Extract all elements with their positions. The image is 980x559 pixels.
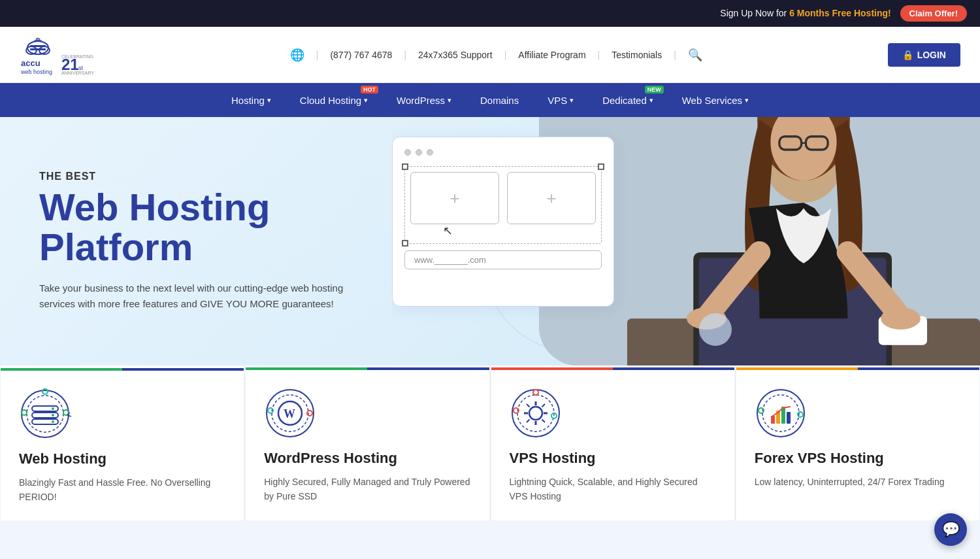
handle-tl xyxy=(402,163,408,170)
bar-red xyxy=(491,367,613,370)
dot-2 xyxy=(416,149,422,156)
nav-item-wordpress[interactable]: WordPress ▾ xyxy=(382,83,466,117)
svg-point-26 xyxy=(881,307,921,330)
svg-point-32 xyxy=(52,407,54,410)
banner-highlight: 6 Months Free Hosting! xyxy=(789,8,891,18)
main-navbar: Hosting ▾ Cloud Hosting ▾ HOT WordPress … xyxy=(0,83,980,117)
top-banner: Sign Up Now for 6 Months Free Hosting! C… xyxy=(0,0,980,27)
card-desc-3: Lightning Quick, Scalable, and Highly Se… xyxy=(510,475,716,504)
claim-offer-button[interactable]: Claim Offer! xyxy=(900,5,967,22)
svg-point-33 xyxy=(52,414,54,416)
card-title-1: Web Hosting xyxy=(19,450,225,467)
phone-link[interactable]: (877) 767 4678 xyxy=(330,50,392,60)
bar-orange xyxy=(736,367,858,370)
wordpress-hosting-icon: W xyxy=(264,387,316,439)
dot-3 xyxy=(427,149,433,156)
card-desc-2: Highly Secured, Fully Managed and Truly … xyxy=(264,475,470,504)
card-desc-1: Blazingly Fast and Hassle Free. No Overs… xyxy=(19,475,225,505)
svg-text:W: W xyxy=(284,407,295,420)
mockup-dots xyxy=(404,149,602,156)
globe-icon[interactable]: 🌐 xyxy=(290,48,304,62)
login-button[interactable]: 🔒 LOGIN xyxy=(888,43,960,67)
svg-point-51 xyxy=(762,395,799,432)
vps-hosting-icon xyxy=(510,387,562,439)
bar-blue xyxy=(367,367,489,370)
hero-mockup: + + ↖ www._______.com xyxy=(392,137,614,307)
cards-section: Web Hosting Blazingly Fast and Hassle Fr… xyxy=(0,365,980,520)
nav-item-web-services[interactable]: Web Services ▾ xyxy=(668,83,763,117)
hero-right-content: + + ↖ www._______.com xyxy=(392,117,980,365)
bar-blue xyxy=(122,368,244,371)
banner-text: Sign Up Now for xyxy=(720,8,789,18)
card-title-2: WordPress Hosting xyxy=(264,450,470,467)
forex-vps-icon xyxy=(755,387,807,439)
hero-title: Web HostingPlatform xyxy=(39,188,405,267)
new-badge: NEW xyxy=(645,86,664,93)
card-web-hosting: Web Hosting Blazingly Fast and Hassle Fr… xyxy=(1,365,244,520)
nav-item-domains[interactable]: Domains xyxy=(466,83,533,117)
svg-text:accu: accu xyxy=(21,58,41,68)
lock-icon: 🔒 xyxy=(902,50,913,60)
testimonials-link[interactable]: Testimonials xyxy=(612,50,662,60)
card-title-3: VPS Hosting xyxy=(510,450,716,467)
svg-point-27 xyxy=(22,390,69,437)
bar-blue xyxy=(858,367,979,370)
hero-eyebrow: THE BEST xyxy=(39,171,405,182)
header-actions: 🔒 LOGIN xyxy=(888,43,960,67)
hero-section: THE BEST Web HostingPlatform Take your b… xyxy=(0,117,980,365)
chevron-down-icon: ▾ xyxy=(649,96,653,105)
svg-point-50 xyxy=(757,390,804,437)
nav-item-hosting[interactable]: Hosting ▾ xyxy=(217,83,286,117)
mockup-box-1: + xyxy=(410,172,499,224)
bar-blue xyxy=(613,367,734,370)
mockup-selection: + + ↖ xyxy=(404,166,602,244)
card-top-bar-4 xyxy=(736,367,979,370)
card-top-bar-1 xyxy=(1,368,244,371)
card-top-bar-2 xyxy=(246,367,489,370)
chevron-down-icon: ▾ xyxy=(448,96,451,105)
support-link[interactable]: 24x7x365 Support xyxy=(418,50,493,60)
card-wordpress-hosting: W WordPress Hosting Highly Secured, Full… xyxy=(246,365,489,520)
web-hosting-icon xyxy=(19,388,71,440)
svg-point-46 xyxy=(529,407,542,420)
bar-green xyxy=(246,367,367,370)
svg-text:web hosting: web hosting xyxy=(20,69,52,75)
nav-item-cloud-hosting[interactable]: Cloud Hosting ▾ HOT xyxy=(286,83,382,117)
mockup-url-bar: www._______.com xyxy=(404,250,602,269)
card-divider-3 xyxy=(735,365,736,520)
site-logo[interactable]: accu web hosting CELEBRATING 21 st ANNIV… xyxy=(20,33,105,76)
site-header: accu web hosting CELEBRATING 21 st ANNIV… xyxy=(0,27,980,83)
card-title-4: Forex VPS Hosting xyxy=(755,450,961,467)
svg-rect-4 xyxy=(30,45,46,47)
card-desc-4: Low latency, Uninterrupted, 24/7 Forex T… xyxy=(755,475,961,489)
dot-1 xyxy=(404,149,411,156)
handle-tr xyxy=(598,163,604,170)
card-divider-1 xyxy=(244,365,245,520)
card-top-bar-3 xyxy=(491,367,734,370)
svg-point-34 xyxy=(52,420,54,423)
hero-description: Take your business to the next level wit… xyxy=(39,280,353,312)
svg-point-49 xyxy=(533,390,538,395)
chevron-down-icon: ▾ xyxy=(745,96,749,105)
cursor-icon: ↖ xyxy=(443,224,596,238)
chevron-down-icon: ▾ xyxy=(364,96,368,105)
svg-point-35 xyxy=(22,410,27,415)
card-forex-vps-hosting: Forex VPS Hosting Low latency, Uninterru… xyxy=(736,365,979,520)
chevron-down-icon: ▾ xyxy=(267,96,271,105)
logo-area: accu web hosting CELEBRATING 21 st ANNIV… xyxy=(20,33,105,76)
svg-point-43 xyxy=(307,411,312,416)
affiliate-program-link[interactable]: Affiliate Program xyxy=(518,50,585,60)
nav-item-dedicated[interactable]: Dedicated ▾ NEW xyxy=(588,83,668,117)
svg-point-45 xyxy=(517,395,554,432)
mockup-boxes: + + xyxy=(410,172,596,224)
handle-bl xyxy=(402,240,408,246)
nav-item-vps[interactable]: VPS ▾ xyxy=(533,83,588,117)
hot-badge: HOT xyxy=(361,86,378,93)
hero-left-content: THE BEST Web HostingPlatform Take your b… xyxy=(39,171,405,312)
svg-text:ANNIVERSARY: ANNIVERSARY xyxy=(61,71,94,75)
deco-circle-small xyxy=(699,313,732,346)
card-divider-2 xyxy=(490,365,491,520)
card-vps-hosting: VPS Hosting Lightning Quick, Scalable, a… xyxy=(491,365,734,520)
search-icon[interactable]: 🔍 xyxy=(688,48,702,62)
svg-rect-5 xyxy=(30,48,46,50)
